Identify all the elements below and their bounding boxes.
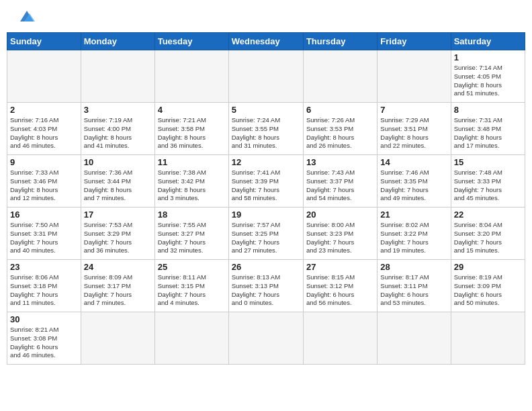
day-number: 8 xyxy=(454,105,522,115)
day-info: Sunrise: 8:21 AM Sunset: 3:08 PM Dayligh… xyxy=(10,326,78,360)
day-number: 11 xyxy=(158,157,226,167)
day-info: Sunrise: 7:50 AM Sunset: 3:31 PM Dayligh… xyxy=(10,221,78,255)
day-number: 5 xyxy=(232,105,300,115)
day-info: Sunrise: 7:43 AM Sunset: 3:37 PM Dayligh… xyxy=(306,169,374,203)
day-info: Sunrise: 7:19 AM Sunset: 4:00 PM Dayligh… xyxy=(84,116,152,150)
day-info: Sunrise: 7:38 AM Sunset: 3:42 PM Dayligh… xyxy=(158,169,226,203)
day-number: 28 xyxy=(380,262,447,272)
day-number: 17 xyxy=(84,210,152,220)
calendar-cell: 4Sunrise: 7:21 AM Sunset: 3:58 PM Daylig… xyxy=(154,103,228,155)
day-number: 20 xyxy=(306,210,374,220)
calendar-cell: 18Sunrise: 7:55 AM Sunset: 3:27 PM Dayli… xyxy=(154,208,228,260)
day-info: Sunrise: 7:55 AM Sunset: 3:27 PM Dayligh… xyxy=(158,221,226,255)
week-row-4: 16Sunrise: 7:50 AM Sunset: 3:31 PM Dayli… xyxy=(7,208,525,260)
calendar-cell: 26Sunrise: 8:13 AM Sunset: 3:13 PM Dayli… xyxy=(228,260,303,312)
calendar-cell: 10Sunrise: 7:36 AM Sunset: 3:44 PM Dayli… xyxy=(81,155,154,208)
day-number: 22 xyxy=(454,210,522,220)
day-info: Sunrise: 7:33 AM Sunset: 3:46 PM Dayligh… xyxy=(10,169,78,203)
day-info: Sunrise: 7:53 AM Sunset: 3:29 PM Dayligh… xyxy=(84,221,152,255)
day-number: 18 xyxy=(158,210,226,220)
calendar-cell: 7Sunrise: 7:29 AM Sunset: 3:51 PM Daylig… xyxy=(378,103,451,155)
day-info: Sunrise: 7:48 AM Sunset: 3:33 PM Dayligh… xyxy=(454,169,522,203)
calendar-cell: 21Sunrise: 8:02 AM Sunset: 3:22 PM Dayli… xyxy=(378,208,451,260)
calendar-cell xyxy=(378,50,451,103)
page-header xyxy=(7,7,525,27)
day-number: 30 xyxy=(10,314,78,324)
day-info: Sunrise: 8:02 AM Sunset: 3:22 PM Dayligh… xyxy=(380,221,447,255)
day-number: 2 xyxy=(10,105,78,115)
calendar-cell: 16Sunrise: 7:50 AM Sunset: 3:31 PM Dayli… xyxy=(7,208,81,260)
day-info: Sunrise: 8:17 AM Sunset: 3:11 PM Dayligh… xyxy=(380,273,447,308)
day-number: 7 xyxy=(380,105,447,115)
weekday-header-tuesday: Tuesday xyxy=(154,33,228,50)
weekday-header-monday: Monday xyxy=(81,33,154,50)
calendar-cell xyxy=(81,312,154,365)
calendar-cell xyxy=(303,312,377,365)
day-number: 19 xyxy=(232,210,300,220)
calendar-cell: 24Sunrise: 8:09 AM Sunset: 3:17 PM Dayli… xyxy=(81,260,154,312)
calendar-cell xyxy=(81,50,154,103)
day-number: 12 xyxy=(232,157,300,167)
day-info: Sunrise: 8:04 AM Sunset: 3:20 PM Dayligh… xyxy=(454,221,522,255)
calendar-cell: 2Sunrise: 7:16 AM Sunset: 4:03 PM Daylig… xyxy=(7,103,81,155)
day-info: Sunrise: 7:21 AM Sunset: 3:58 PM Dayligh… xyxy=(158,116,226,150)
day-number: 29 xyxy=(454,262,522,272)
calendar-table: SundayMondayTuesdayWednesdayThursdayFrid… xyxy=(7,32,525,365)
day-info: Sunrise: 8:09 AM Sunset: 3:17 PM Dayligh… xyxy=(84,273,152,308)
day-number: 10 xyxy=(84,157,152,167)
calendar-cell: 14Sunrise: 7:46 AM Sunset: 3:35 PM Dayli… xyxy=(378,155,451,208)
calendar-cell: 30Sunrise: 8:21 AM Sunset: 3:08 PM Dayli… xyxy=(7,312,81,365)
week-row-6: 30Sunrise: 8:21 AM Sunset: 3:08 PM Dayli… xyxy=(7,312,525,365)
calendar-cell: 5Sunrise: 7:24 AM Sunset: 3:55 PM Daylig… xyxy=(228,103,303,155)
day-number: 26 xyxy=(232,262,300,272)
logo xyxy=(12,9,39,24)
day-info: Sunrise: 7:14 AM Sunset: 4:05 PM Dayligh… xyxy=(454,64,522,98)
day-number: 21 xyxy=(380,210,447,220)
calendar-cell: 3Sunrise: 7:19 AM Sunset: 4:00 PM Daylig… xyxy=(81,103,154,155)
calendar-cell: 28Sunrise: 8:17 AM Sunset: 3:11 PM Dayli… xyxy=(378,260,451,312)
calendar-cell xyxy=(228,50,303,103)
day-info: Sunrise: 8:15 AM Sunset: 3:12 PM Dayligh… xyxy=(306,273,374,308)
day-info: Sunrise: 7:26 AM Sunset: 3:53 PM Dayligh… xyxy=(306,116,374,150)
calendar-cell: 1Sunrise: 7:14 AM Sunset: 4:05 PM Daylig… xyxy=(451,50,525,103)
day-number: 25 xyxy=(158,262,226,272)
day-info: Sunrise: 7:46 AM Sunset: 3:35 PM Dayligh… xyxy=(380,169,447,203)
day-info: Sunrise: 7:36 AM Sunset: 3:44 PM Dayligh… xyxy=(84,169,152,203)
calendar-cell: 13Sunrise: 7:43 AM Sunset: 3:37 PM Dayli… xyxy=(303,155,377,208)
calendar-cell: 20Sunrise: 8:00 AM Sunset: 3:23 PM Dayli… xyxy=(303,208,377,260)
day-number: 6 xyxy=(306,105,374,115)
day-info: Sunrise: 8:11 AM Sunset: 3:15 PM Dayligh… xyxy=(158,273,226,308)
logo-icon xyxy=(15,9,39,24)
day-number: 16 xyxy=(10,210,78,220)
weekday-header-friday: Friday xyxy=(378,33,451,50)
calendar-header-row: SundayMondayTuesdayWednesdayThursdayFrid… xyxy=(7,33,525,50)
day-info: Sunrise: 7:31 AM Sunset: 3:48 PM Dayligh… xyxy=(454,116,522,150)
calendar-cell: 17Sunrise: 7:53 AM Sunset: 3:29 PM Dayli… xyxy=(81,208,154,260)
day-number: 27 xyxy=(306,262,374,272)
week-row-3: 9Sunrise: 7:33 AM Sunset: 3:46 PM Daylig… xyxy=(7,155,525,208)
calendar-cell: 22Sunrise: 8:04 AM Sunset: 3:20 PM Dayli… xyxy=(451,208,525,260)
day-number: 9 xyxy=(10,157,78,167)
calendar-cell: 8Sunrise: 7:31 AM Sunset: 3:48 PM Daylig… xyxy=(451,103,525,155)
calendar-cell: 9Sunrise: 7:33 AM Sunset: 3:46 PM Daylig… xyxy=(7,155,81,208)
day-info: Sunrise: 7:29 AM Sunset: 3:51 PM Dayligh… xyxy=(380,116,447,150)
calendar-cell xyxy=(154,312,228,365)
calendar-cell xyxy=(228,312,303,365)
day-number: 1 xyxy=(454,52,522,62)
day-number: 24 xyxy=(84,262,152,272)
day-info: Sunrise: 7:24 AM Sunset: 3:55 PM Dayligh… xyxy=(232,116,300,150)
weekday-header-sunday: Sunday xyxy=(7,33,81,50)
week-row-2: 2Sunrise: 7:16 AM Sunset: 4:03 PM Daylig… xyxy=(7,103,525,155)
day-info: Sunrise: 8:00 AM Sunset: 3:23 PM Dayligh… xyxy=(306,221,374,255)
day-info: Sunrise: 7:16 AM Sunset: 4:03 PM Dayligh… xyxy=(10,116,78,150)
calendar-cell: 6Sunrise: 7:26 AM Sunset: 3:53 PM Daylig… xyxy=(303,103,377,155)
day-info: Sunrise: 8:13 AM Sunset: 3:13 PM Dayligh… xyxy=(232,273,300,308)
calendar-cell: 12Sunrise: 7:41 AM Sunset: 3:39 PM Dayli… xyxy=(228,155,303,208)
day-info: Sunrise: 8:06 AM Sunset: 3:18 PM Dayligh… xyxy=(10,273,78,308)
calendar-cell xyxy=(154,50,228,103)
calendar-cell xyxy=(378,312,451,365)
day-number: 4 xyxy=(158,105,226,115)
calendar-cell: 23Sunrise: 8:06 AM Sunset: 3:18 PM Dayli… xyxy=(7,260,81,312)
day-number: 13 xyxy=(306,157,374,167)
calendar-cell xyxy=(303,50,377,103)
